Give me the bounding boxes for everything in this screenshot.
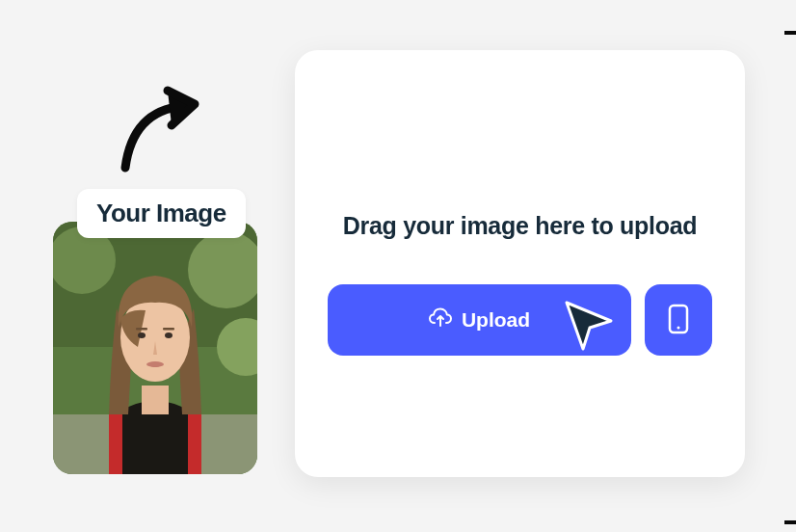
image-preview: [53, 222, 257, 474]
frame-edge: [782, 0, 796, 532]
upload-card[interactable]: Drag your image here to upload Upload: [295, 50, 745, 477]
svg-rect-9: [142, 386, 169, 414]
mobile-upload-button[interactable]: [645, 284, 712, 356]
svg-rect-7: [109, 410, 122, 474]
upload-button-label: Upload: [462, 308, 530, 332]
svg-point-11: [138, 332, 146, 338]
svg-rect-14: [163, 328, 174, 331]
button-row: Upload: [328, 284, 712, 356]
drag-instruction-text: Drag your image here to upload: [343, 212, 697, 240]
svg-rect-13: [136, 328, 147, 331]
mobile-icon: [668, 304, 689, 337]
svg-rect-8: [188, 410, 201, 474]
svg-point-17: [677, 326, 680, 329]
svg-point-15: [146, 361, 164, 367]
cloud-upload-icon: [429, 307, 452, 333]
arrow-icon: [114, 79, 210, 175]
your-image-label: Your Image: [77, 189, 246, 238]
svg-point-12: [165, 332, 172, 338]
cursor-icon: [561, 297, 619, 359]
